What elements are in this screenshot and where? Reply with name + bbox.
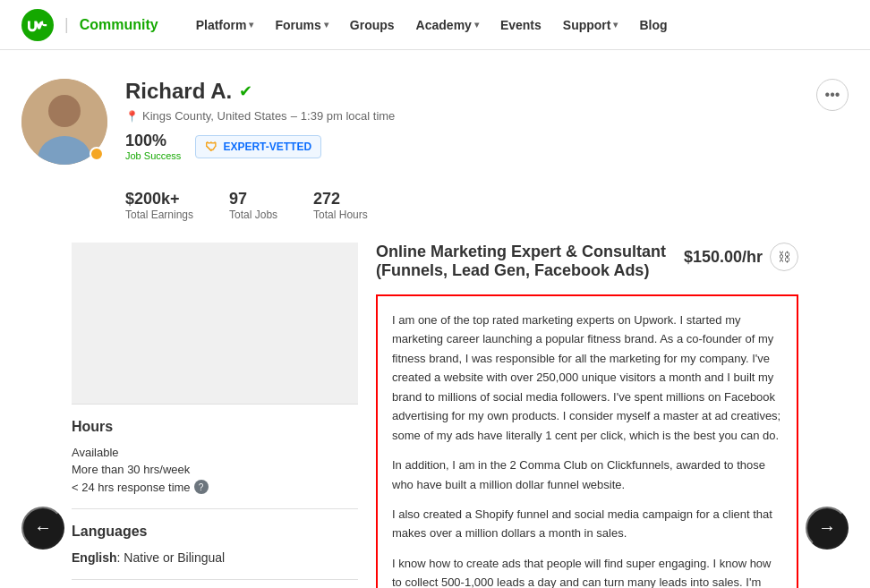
chevron-down-icon: ▾: [474, 20, 479, 30]
meet-section: You might also want to include past acco…: [72, 243, 358, 404]
language-entry: English: Native or Bilingual: [72, 550, 358, 565]
navbar: | Community Platform ▾ Forums ▾ Groups A…: [0, 0, 870, 50]
left-column: You might also want to include past acco…: [72, 243, 376, 588]
profile-info: Richard A. ✔ 📍 Kings County, United Stat…: [125, 79, 798, 161]
response-time: < 24 hrs response time ?: [72, 480, 358, 494]
education-section: Education: [72, 579, 358, 588]
svg-point-1: [48, 95, 81, 127]
hours-section: Hours Available More than 30 hrs/week < …: [72, 404, 358, 508]
profile-badges: 100% Job Success 🛡 EXPERT-VETTED: [125, 132, 798, 161]
more-options-button[interactable]: •••: [816, 79, 849, 111]
prev-arrow-button[interactable]: ←: [21, 507, 64, 550]
right-column: Online Marketing Expert & Consultant (Fu…: [376, 243, 798, 588]
languages-section: Languages English: Native or Bilingual: [72, 508, 358, 579]
avatar: [21, 79, 107, 165]
bio-para-3: I also created a Shopify funnel and soci…: [392, 505, 782, 543]
job-success-percent: 100%: [125, 132, 181, 150]
bio-para-1: I am one of the top rated marketing expe…: [392, 311, 782, 445]
shield-icon: 🛡: [205, 140, 218, 154]
job-success: 100% Job Success: [125, 132, 181, 161]
next-arrow-button[interactable]: →: [806, 507, 849, 550]
name-row: Richard A. ✔: [125, 79, 798, 104]
hourly-rate: $150.00/hr: [684, 248, 763, 267]
online-indicator: [90, 147, 104, 161]
location-pin-icon: 📍: [125, 110, 139, 123]
logo-text: Community: [80, 17, 158, 33]
stat-earnings: $200k+ Total Earnings: [125, 190, 193, 221]
nav-blog[interactable]: Blog: [630, 11, 676, 39]
nav-forums[interactable]: Forums ▾: [266, 11, 337, 39]
job-success-label: Job Success: [125, 150, 181, 161]
profile-location: 📍 Kings County, United States – 1:39 pm …: [125, 109, 798, 123]
stat-jobs: 97 Total Jobs: [229, 190, 277, 221]
chevron-down-icon: ▾: [324, 20, 328, 30]
link-icon[interactable]: ⛓: [770, 243, 798, 271]
job-header: Online Marketing Expert & Consultant (Fu…: [376, 243, 798, 284]
job-title: Online Marketing Expert & Consultant (Fu…: [376, 243, 670, 280]
info-icon: ?: [194, 480, 209, 494]
profile-name: Richard A.: [125, 79, 232, 104]
bio-section: I am one of the top rated marketing expe…: [376, 294, 798, 588]
nav-links: Platform ▾ Forums ▾ Groups Academy ▾ Eve…: [187, 11, 677, 39]
logo[interactable]: | Community: [21, 9, 158, 41]
nav-events[interactable]: Events: [491, 11, 550, 39]
nav-support[interactable]: Support ▾: [554, 11, 627, 39]
expert-vetted-badge: 🛡 EXPERT-VETTED: [195, 135, 321, 158]
verified-badge: ✔: [239, 81, 252, 101]
main-layout: ← You might also want to include past ac…: [21, 243, 849, 588]
nav-academy[interactable]: Academy ▾: [407, 11, 488, 39]
bio-para-2: In addition, I am in the 2 Comma Club on…: [392, 456, 782, 494]
page-content: Richard A. ✔ 📍 Kings County, United Stat…: [0, 50, 870, 588]
nav-platform[interactable]: Platform ▾: [187, 11, 263, 39]
stats-row: $200k+ Total Earnings 97 Total Jobs 272 …: [21, 190, 849, 221]
bio-para-4: I know how to create ads that people wil…: [392, 554, 782, 588]
chevron-down-icon: ▾: [249, 20, 253, 30]
profile-header: Richard A. ✔ 📍 Kings County, United Stat…: [21, 79, 849, 165]
stat-hours: 272 Total Hours: [313, 190, 368, 221]
chevron-down-icon: ▾: [613, 20, 618, 30]
nav-groups[interactable]: Groups: [341, 11, 404, 39]
logo-icon: [21, 9, 54, 41]
